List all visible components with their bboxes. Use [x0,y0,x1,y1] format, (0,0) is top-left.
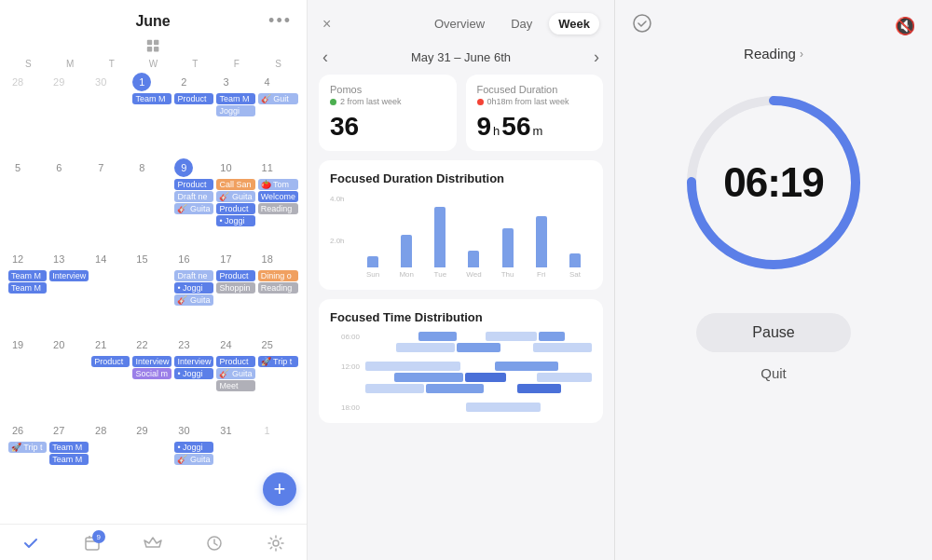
tab-day[interactable]: Day [501,13,541,34]
bar-tue: Tue [423,207,457,279]
heatmap-row-0600: 06:00 [330,332,592,341]
nav-item-calendar[interactable]: 9 [83,534,102,553]
cal-cell-29[interactable]: 29 [131,419,172,504]
cal-cell-30[interactable]: 30 • Joggi 🎸 Guita [173,419,214,504]
duration-badge-text: 0h18m from last week [487,97,569,106]
cal-cell-29-other[interactable]: 29 [48,71,89,156]
duration-badge: 0h18m from last week [477,97,593,106]
cal-cell-28-other[interactable]: 28 [7,71,48,156]
cal-cell-20[interactable]: 20 [48,334,89,418]
cal-cell-23[interactable]: 23 Interview • Joggi [173,334,214,418]
calendar-panel: June ••• S M T W T F S 28 29 30 1 Team M… [0,0,308,560]
nav-item-check[interactable] [21,534,40,553]
svg-rect-2 [146,47,151,51]
heatmap-row-1300 [330,384,592,393]
cal-cell-24[interactable]: 24 Product 🎸 Guita Meet [215,334,255,418]
pomos-value: 36 [330,112,445,142]
stats-cards: Pomos 2 from last week 36 Focused Durati… [308,75,614,160]
cal-cell-31[interactable]: 31 [215,419,255,504]
grid-icon[interactable] [145,38,162,55]
heatmap-section: Focused Time Distribution 06:00 [319,299,603,423]
cal-cell-14[interactable]: 14 [90,248,130,333]
svg-point-6 [273,540,279,546]
cal-cell-22[interactable]: 22 Interview Social m [131,334,172,418]
cal-cell-5[interactable]: 5 [7,157,48,246]
bar-chart-yaxis: 4.0h 2.0h [330,195,345,279]
stats-next-button[interactable]: › [594,48,599,67]
cal-cell-16[interactable]: 16 Draft ne • Joggi 🎸 Guita [173,248,214,333]
calendar-menu-icon[interactable]: ••• [268,11,292,31]
timer-check-icon[interactable] [632,13,652,38]
cal-cell-11[interactable]: 11 🍅 Tom Welcome Reading [257,157,299,246]
cal-cell-10[interactable]: 10 Call San 🎸 Guita Product • Joggi [215,157,255,246]
cal-cell-19[interactable]: 19 [7,334,48,418]
bar-mon: Mon [390,235,423,279]
stats-close-icon[interactable]: × [322,16,331,33]
cal-cell-3[interactable]: 3 Team M Joggi [215,71,255,156]
calendar-title: June [135,13,170,30]
heatmap-title: Focused Time Distribution [330,310,592,324]
heatmap-row-1230 [330,373,592,382]
duration-value: 9 h 56 m [477,112,593,142]
clock-nav-icon [205,534,224,553]
quit-button[interactable]: Quit [761,365,787,381]
nav-item-settings[interactable] [267,534,285,553]
duration-card-title: Focused Duration [477,84,593,95]
tab-overview[interactable]: Overview [425,13,494,34]
bar-fri: Fri [525,216,558,279]
cal-cell-15[interactable]: 15 [131,248,172,333]
cal-cell-13[interactable]: 13 Interview [48,248,89,333]
timer-sound-icon[interactable]: 🔇 [895,16,915,36]
cal-cell-6[interactable]: 6 [48,157,89,246]
heatmap-area: 06:00 [330,332,592,412]
cal-cell-30-other[interactable]: 30 [90,71,130,156]
cal-cell-27[interactable]: 27 Team M Team M [48,419,89,504]
pause-button[interactable]: Pause [696,313,850,352]
duration-badge-dot [477,99,484,105]
cal-cell-7[interactable]: 7 [90,157,130,246]
stats-nav: ‹ May 31 – June 6th › [308,44,614,75]
pomos-card-title: Pomos [330,84,445,95]
crown-nav-icon [144,534,162,553]
stats-prev-button[interactable]: ‹ [322,48,328,67]
timer-task-row[interactable]: Reading › [744,46,803,61]
check-nav-icon [21,534,40,553]
duration-minutes: 56 [501,112,530,142]
svg-point-7 [634,15,651,32]
bar-chart-section: Focused Duration Distribution 4.0h 2.0h … [319,160,603,290]
duration-hours: 9 [477,112,492,142]
cal-cell-21[interactable]: 21 Product [90,334,130,418]
duration-minutes-unit: m [532,124,542,138]
heatmap-row-1200: 12:00 [330,362,592,371]
nav-item-clock[interactable] [205,534,224,553]
cal-cell-17[interactable]: 17 Product Shoppin [215,248,255,333]
cal-cell-28[interactable]: 28 [90,419,130,504]
pomos-badge-text: 2 from last week [340,97,402,106]
timer-task-arrow: › [800,48,803,61]
tab-week[interactable]: Week [549,13,599,34]
duration-card: Focused Duration 0h18m from last week 9 … [466,75,604,151]
cal-cell-4[interactable]: 4 🎸 Guit [257,71,299,156]
pomos-badge-dot [330,99,336,105]
svg-rect-0 [146,40,151,45]
bar-sat: Sat [558,253,592,279]
cal-cell-8[interactable]: 8 [131,157,172,246]
cal-cell-18[interactable]: 18 Dining o Reading [257,248,299,333]
svg-rect-3 [154,47,158,51]
stats-panel: × Overview Day Week ‹ May 31 – June 6th … [308,0,615,560]
stats-period: May 31 – June 6th [411,50,511,64]
bar-thu: Thu [491,228,525,279]
stats-tabs: Overview Day Week [425,13,599,34]
cal-cell-26[interactable]: 26 🚀 Trip t [7,419,48,504]
cal-cell-12[interactable]: 12 Team M Team M [7,248,48,333]
pomos-card: Pomos 2 from last week 36 [319,75,457,151]
timer-task-name: Reading [744,46,796,61]
cal-cell-25[interactable]: 25 🚀 Trip t [257,334,299,418]
cal-cell-9[interactable]: 9 Product Draft ne 🎸 Guita [173,157,214,246]
cal-cell-2[interactable]: 2 Product [173,71,214,156]
nav-item-crown[interactable] [144,534,162,553]
fab-add-button[interactable]: + [263,472,296,506]
bar-chart-title: Focused Duration Distribution [330,171,592,185]
cal-cell-1[interactable]: 1 Team M [131,71,172,156]
calendar-header: June ••• [0,0,307,34]
